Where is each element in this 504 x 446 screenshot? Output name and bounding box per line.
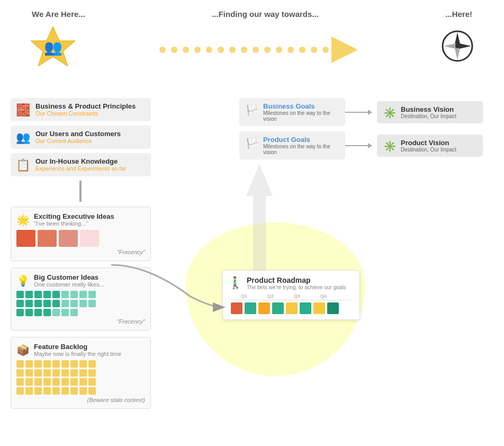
users-subtitle: Our Current Audience [35,138,121,144]
customer-ideas-box: 💡 Big Customer Ideas One customer really… [11,267,151,331]
product-vision-sub: Destination, Our Impact [401,147,456,153]
q4-label: Q4 [310,293,337,299]
users-icon: 👥 [16,131,30,145]
roadmap-blocks [228,302,354,314]
executive-label: "Frecency" [16,249,145,255]
quarter-divider [231,300,352,300]
quarter-labels: Q1 Q2 Q3 Q4 [228,293,354,299]
product-arrow [345,145,372,146]
executive-color-blocks [16,230,145,247]
executive-subtitle: "I've been thinking..." [34,220,114,227]
info-card-users: 👥 Our Users and Customers Our Current Au… [11,126,151,149]
product-vision-title: Product Vision [401,139,456,147]
goals-panel: 🏳️ Business Goals Milestones on the way … [239,98,488,165]
product-vision-card: ✳️ Product Vision Destination, Our Impac… [377,135,483,157]
svg-text:👥: 👥 [44,39,62,56]
business-goals-row: 🏳️ Business Goals Milestones on the way … [239,98,488,126]
q3-label: Q3 [284,293,310,299]
product-goals-title: Product Goals [263,136,339,144]
executive-icon: 🌟 [16,213,30,226]
business-goals-card: 🏳️ Business Goals Milestones on the way … [239,98,345,126]
roadmap-block-teal2 [272,302,284,314]
roadmap-title: Product Roadmap [247,276,346,284]
customer-icon: 💡 [16,274,30,287]
product-goals-icon: 🏳️ [246,137,259,149]
roadmap-block-yellow1 [286,302,298,314]
business-arrow [345,112,372,113]
product-vision-icon: ✳️ [383,140,397,153]
q1-label: Q1 [231,293,257,299]
business-goals-icon: 🏳️ [246,103,259,116]
executive-title: Exciting Executive Ideas [34,212,114,220]
product-goals-sub: Milestones on the way to the vision [263,144,339,155]
business-goals-title: Business Goals [263,102,339,110]
backlog-title: Feature Backlog [34,343,121,351]
feature-backlog-box: 📦 Feature Backlog Maybe now is finally t… [11,337,151,409]
info-card-knowledge: 📋 Our In-House Knowledge Experience and … [11,153,151,176]
info-card-principles: 🧱 Business & Product Principles Our Chos… [11,98,151,121]
product-goals-card: 🏳️ Product Goals Milestones on the way t… [239,131,345,159]
label-finding-way: ...Finding our way towards... [212,10,319,19]
principles-title: Business & Product Principles [35,102,136,110]
roadmap-header: 🚶‍♂️ Product Roadmap The bets we're tryi… [228,276,354,290]
journey-path [77,42,440,58]
principles-subtitle: Our Chosen Constraints [35,110,136,117]
knowledge-icon: 📋 [16,158,30,172]
roadmap-icon: 🚶‍♂️ [228,276,242,290]
business-goals-sub: Milestones on the way to the vision [263,110,339,122]
users-title: Our Users and Customers [35,130,121,138]
roadmap-block-orange [258,302,270,314]
left-info-panel: 🧱 Business & Product Principles Our Chos… [11,98,151,202]
roadmap-block-red [231,302,242,314]
business-vision-sub: Destination, Our Impact [401,113,456,119]
business-vision-card: ✳️ Business Vision Destination, Our Impa… [377,101,483,123]
executive-ideas-box: 🌟 Exciting Executive Ideas "I've been th… [11,207,151,261]
compass-icon [440,29,475,70]
customer-label: "Frecency" [16,318,145,325]
backlog-label: (Beware stale context) [16,397,145,403]
roadmap-block-darkteal [327,302,339,314]
label-here: ...Here! [445,10,472,19]
customer-title: Big Customer Ideas [34,273,104,281]
idea-boxes-container: 🌟 Exciting Executive Ideas "I've been th… [11,207,151,415]
backlog-icon: 📦 [16,344,30,356]
star-icon: 👥 [29,24,77,76]
product-roadmap-card: 🚶‍♂️ Product Roadmap The bets we're tryi… [222,270,360,320]
roadmap-block-teal1 [245,302,256,314]
knowledge-subtitle: Experience and Experiments so far [35,165,126,172]
backlog-subtitle: Maybe now is finally the right time [34,351,121,357]
business-vision-icon: ✳️ [383,106,397,119]
principles-icon: 🧱 [16,103,30,117]
roadmap-block-teal3 [300,302,311,314]
q2-label: Q2 [257,293,284,299]
customer-subtitle: One customer really likes... [34,281,104,288]
backlog-yellow-grid [16,360,145,395]
product-goals-row: 🏳️ Product Goals Milestones on the way t… [239,131,488,159]
label-we-are-here: We Are Here... [32,10,85,19]
knowledge-title: Our In-House Knowledge [35,157,126,165]
connector-bar [79,181,82,202]
roadmap-block-yellow2 [313,302,325,314]
roadmap-sub: The bets we're trying, to achieve our go… [247,284,346,290]
svg-point-7 [455,44,460,48]
business-vision-title: Business Vision [401,105,456,113]
customer-teal-grid [16,291,145,316]
